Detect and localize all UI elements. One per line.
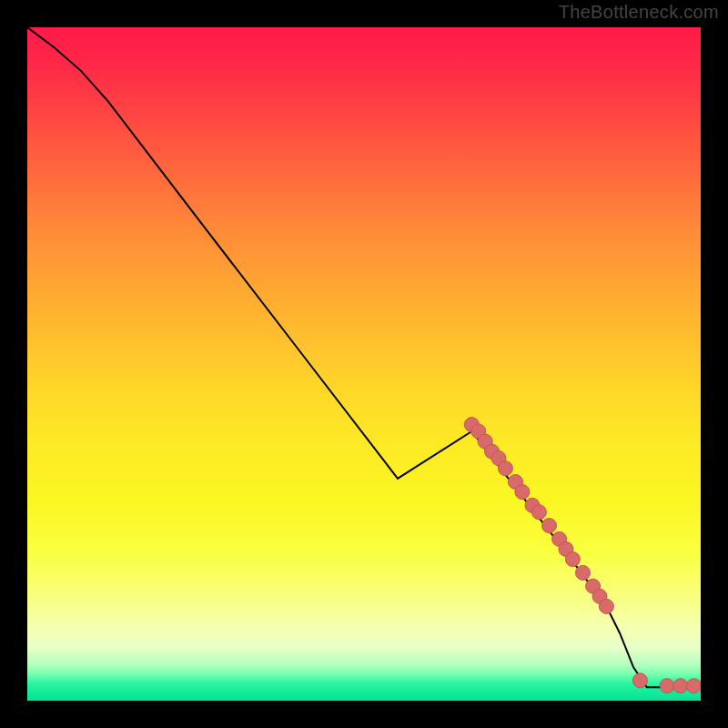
data-marker: [542, 519, 557, 533]
data-marker: [599, 599, 613, 613]
data-marker: [576, 565, 591, 580]
data-marker: [632, 673, 647, 688]
chart-area: [27, 27, 701, 701]
data-marker: [531, 505, 546, 520]
marker-group: [464, 418, 701, 693]
data-marker: [515, 485, 530, 500]
data-marker: [673, 679, 688, 693]
data-marker: [565, 552, 580, 567]
chart-overlay: [27, 27, 701, 701]
watermark-text: TheBottleneck.com: [559, 2, 719, 23]
data-marker: [498, 461, 512, 476]
data-marker: [687, 679, 701, 693]
data-marker: [660, 679, 674, 693]
